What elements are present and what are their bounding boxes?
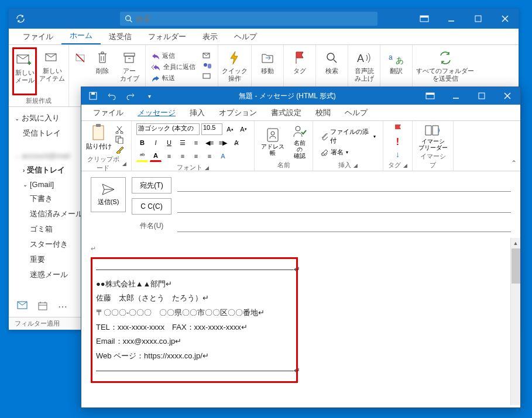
tab-file[interactable]: ファイル <box>15 29 61 44</box>
styles-button[interactable]: A <box>217 150 229 162</box>
align-center-button[interactable]: ≡ <box>177 150 188 162</box>
sidebar-spam[interactable]: 迷惑メール <box>9 267 89 282</box>
cc-field[interactable] <box>177 200 511 213</box>
italic-button[interactable]: I <box>150 137 162 148</box>
compose-minimize[interactable] <box>443 92 469 99</box>
cut-button[interactable] <box>115 126 123 134</box>
forward-icon <box>152 75 160 82</box>
new-mail-button[interactable]: 新しい メール <box>12 47 37 95</box>
meeting-button[interactable] <box>200 51 214 60</box>
ctab-format[interactable]: 書式設定 <box>264 105 308 120</box>
tab-sendreceive[interactable]: 送受信 <box>101 29 140 44</box>
font-size-select[interactable]: 10.5 <box>201 123 222 135</box>
ctab-message[interactable]: メッセージ <box>131 105 183 120</box>
reply-all-button[interactable]: 全員に返信 <box>149 62 198 72</box>
bullets-button[interactable]: ☰ <box>177 137 188 148</box>
justify-button[interactable]: ≡ <box>204 150 215 162</box>
immersive-reader-button[interactable]: イマーシ ブリーダー <box>418 123 448 151</box>
ctab-help[interactable]: ヘルプ <box>338 105 375 120</box>
close-button[interactable] <box>492 9 519 29</box>
ctab-review[interactable]: 校閲 <box>308 105 338 120</box>
check-names-button[interactable]: 名前の 確認 <box>292 124 308 159</box>
compose-ribbon-display[interactable] <box>417 92 443 99</box>
underline-button[interactable]: U <box>163 137 175 148</box>
ignore-icon <box>75 53 85 63</box>
sidebar-inbox-fav[interactable]: 受信トレイ <box>9 126 89 141</box>
collapse-ribbon-button[interactable]: ⌃ <box>511 159 517 167</box>
ribbon-display-button[interactable] <box>411 9 438 29</box>
font-color-button[interactable]: A <box>150 150 162 162</box>
align-right-button[interactable]: ≡ <box>190 150 202 162</box>
teams-icon <box>202 62 212 70</box>
favorites-header[interactable]: ⌄お気に入り <box>9 110 89 126</box>
redo-button[interactable] <box>122 92 139 100</box>
attach-file-button[interactable]: ファイルの添付 ▾ <box>318 127 378 146</box>
qat-dropdown[interactable]: ▾ <box>141 92 157 100</box>
tab-home[interactable]: ホーム <box>61 28 101 44</box>
forward-button[interactable]: 転送 <box>149 73 198 83</box>
message-body[interactable]: ↵ ――――――――――――――――――――――――――↵ ●●株式会社▲▲部門… <box>81 238 520 405</box>
undo-icon <box>108 92 116 100</box>
ctab-file[interactable]: ファイル <box>86 105 131 120</box>
compose-close[interactable] <box>495 92 520 99</box>
follow-up-button[interactable] <box>393 124 403 134</box>
undo-button[interactable] <box>104 92 120 100</box>
sidebar-drafts[interactable]: 下書き <box>9 191 89 206</box>
send-button[interactable]: 送信(S) <box>91 177 126 212</box>
search-input[interactable] <box>136 15 373 23</box>
minimize-button[interactable] <box>438 9 465 29</box>
scroll-thumb[interactable] <box>512 248 520 284</box>
more-respond-button[interactable] <box>200 72 214 80</box>
share-teams-button[interactable] <box>200 61 214 71</box>
save-button[interactable] <box>85 92 101 100</box>
sidebar-trash[interactable]: ゴミ箱 <box>9 222 89 237</box>
new-items-button[interactable]: 新しい アイテム <box>39 47 65 95</box>
shrink-font-button[interactable]: A▾ <box>238 123 249 135</box>
compose-maximize[interactable] <box>469 92 495 99</box>
clear-format-button[interactable]: A̷ <box>231 137 242 148</box>
outdent-button[interactable]: ◀≡ <box>204 137 215 148</box>
font-name-select[interactable]: 游ゴシック (本文の <box>136 123 200 135</box>
svg-point-32 <box>296 126 300 131</box>
scroll-up-arrow[interactable]: ▲ <box>511 238 520 248</box>
ctab-insert[interactable]: 挿入 <box>183 105 212 120</box>
sidebar-sent[interactable]: 送信済みメール <box>9 206 89 222</box>
sidebar-starred[interactable]: スター付き <box>9 237 89 252</box>
bold-button[interactable]: B <box>136 137 148 148</box>
to-button[interactable]: 宛先(T) <box>132 177 171 194</box>
refresh-button[interactable] <box>9 14 32 23</box>
body-scrollbar[interactable]: ▲ <box>510 238 520 405</box>
tab-folder[interactable]: フォルダー <box>140 29 194 44</box>
signature-button[interactable]: 署名 ▾ <box>318 147 378 157</box>
ctab-options[interactable]: オプション <box>212 105 264 120</box>
format-painter-button[interactable] <box>115 146 123 154</box>
compose-window: ▾ 無題 - メッセージ (HTML 形式) ファイル メッセージ 挿入 オプシ… <box>81 87 521 408</box>
mail-nav-icon[interactable] <box>17 301 28 312</box>
subject-field[interactable] <box>177 219 511 232</box>
align-left-button[interactable]: ≡ <box>163 150 175 162</box>
low-importance-button[interactable]: ↓ <box>396 150 400 159</box>
account-header[interactable]: ⌄account@mail <box>9 149 89 163</box>
search-box[interactable] <box>120 12 377 26</box>
reply-button[interactable]: 返信 <box>149 51 198 61</box>
move-folder-icon <box>261 52 274 64</box>
maximize-button[interactable] <box>465 9 492 29</box>
sidebar-gmail[interactable]: ⌄[Gmail] <box>9 178 89 191</box>
nav-footer: ⋯ <box>11 298 73 316</box>
copy-button[interactable] <box>115 136 123 144</box>
tab-view[interactable]: 表示 <box>194 29 226 44</box>
address-book-button[interactable]: アドレス帳 <box>259 127 286 156</box>
tab-help[interactable]: ヘルプ <box>226 29 265 44</box>
cc-button[interactable]: C C(C) <box>132 198 171 215</box>
paste-button[interactable]: 貼り付け <box>86 123 112 154</box>
indent-button[interactable]: ≡▶ <box>217 137 229 148</box>
sidebar-inbox[interactable]: ›受信トレイ <box>9 163 89 178</box>
grow-font-button[interactable]: A▴ <box>224 123 236 135</box>
high-importance-button[interactable]: ! <box>396 137 399 147</box>
calendar-nav-icon[interactable] <box>38 301 47 312</box>
to-field[interactable] <box>177 179 511 192</box>
numbering-button[interactable]: ≡ <box>190 137 202 148</box>
highlight-button[interactable]: ᵃᵇ <box>136 150 148 162</box>
sidebar-important[interactable]: 重要 <box>9 252 89 267</box>
more-nav-icon[interactable]: ⋯ <box>58 301 67 312</box>
